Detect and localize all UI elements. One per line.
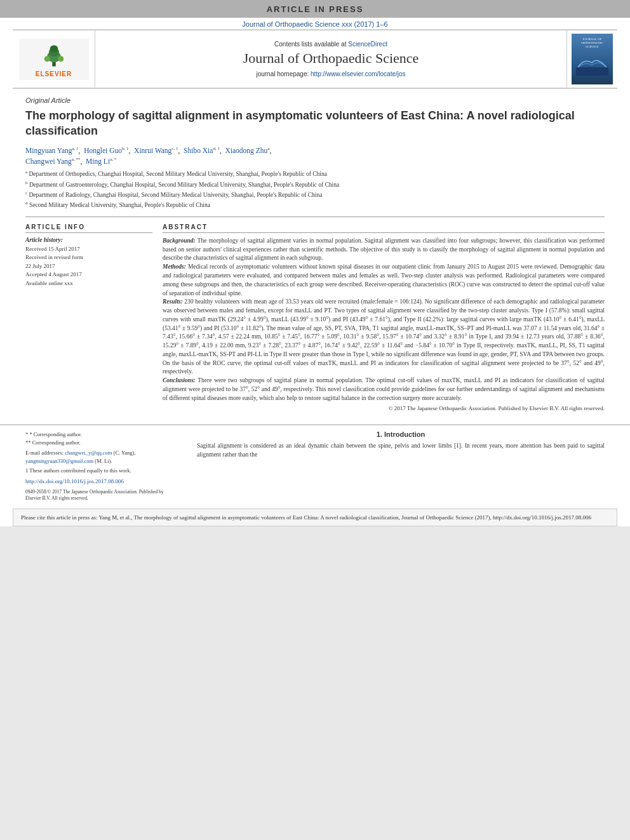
author-shibo-xia[interactable]: Shibo Xia (184, 147, 213, 154)
footnotes-left: * * Corresponding author. ** Correspondi… (25, 430, 178, 502)
header-right: JOURNAL OFORTHOPAEDICSCIENCE (566, 30, 617, 88)
star-note: * * Corresponding author. (25, 430, 178, 439)
sciencedirect-link[interactable]: ScienceDirect (348, 41, 387, 48)
article-info-abstract: ARTICLE INFO Article history: Received 1… (25, 223, 605, 412)
email-prefix: E-mail addresses: (25, 450, 65, 456)
svg-point-5 (58, 56, 64, 62)
footnote-section: * * Corresponding author. ** Correspondi… (0, 425, 630, 504)
background-text: The morphology of sagittal alignment var… (163, 237, 605, 262)
intro-text: Sagittal alignment is considered as an i… (197, 442, 605, 460)
intro-section: 1. Introduction Sagittal alignment is co… (197, 430, 605, 502)
footnote-equal-contribution: 1 These authors contributed equally to t… (25, 467, 178, 475)
sciencedirect-prefix: Contents lists available at (274, 41, 348, 48)
homepage-prefix: journal homepage: (256, 70, 311, 77)
authors-line: Mingyuan Yanga, 1, Honglei Guob, 1, Xinr… (25, 145, 605, 168)
abstract-text: Background: The morphology of sagittal a… (163, 237, 605, 403)
revised-date: 22 July 2017 (25, 262, 152, 271)
author-xiaodong-zhu[interactable]: Xiaodong Zhu (225, 147, 268, 154)
double-star-note: ** Corresponding author. (25, 439, 178, 447)
article-content: Original Article The morphology of sagit… (0, 89, 630, 418)
sciencedirect-line: Contents lists available at ScienceDirec… (274, 41, 387, 48)
received-date: Received 15 April 2017 (25, 245, 152, 254)
journal-cover-image: JOURNAL OFORTHOPAEDICSCIENCE (572, 34, 613, 84)
journal-citation: Journal of Orthopaedic Science xxx (2017… (242, 20, 387, 28)
accepted-date: Accepted 4 August 2017 (25, 270, 152, 279)
affiliation-d: d Second Military Medical University, Sh… (25, 201, 605, 210)
email-2[interactable]: yangmingyuan330@gmail.com (25, 458, 93, 464)
banner-text: ARTICLE IN PRESS (267, 4, 364, 14)
journal-title-header: Journal of Orthopaedic Science (243, 50, 419, 67)
header-center: Contents lists available at ScienceDirec… (95, 30, 566, 88)
journal-line: Journal of Orthopaedic Science xxx (2017… (0, 18, 630, 29)
intro-number: 1. (377, 430, 382, 438)
doi-link[interactable]: http://dx.doi.org/10.1016/j.jos.2017.08.… (25, 477, 178, 486)
section-divider-1 (25, 217, 605, 217)
author-ming-li[interactable]: Ming Li (86, 157, 110, 165)
abstract-header: ABSTRACT (163, 223, 605, 233)
journal-homepage-line: journal homepage: http://www.elsevier.co… (256, 70, 405, 77)
elsevier-tree-icon (35, 41, 73, 69)
conclusions-text: There were two subgroups of sagittal pla… (163, 377, 605, 401)
homepage-url[interactable]: http://www.elsevier.com/locate/jos (311, 70, 406, 77)
available-online: Available online xxx (25, 279, 152, 288)
footer-issn: 0949-2658/© 2017 The Japanese Orthopaedi… (25, 489, 178, 502)
author-honglei-guo[interactable]: Honglei Guo (84, 147, 122, 154)
header-box: ELSEVIER Contents lists available at Sci… (13, 29, 617, 89)
author-xinrui-wang[interactable]: Xinrui Wang (134, 147, 171, 154)
citation-box: Please cite this article in press as: Ya… (13, 509, 617, 527)
elsevier-logo: ELSEVIER (19, 39, 89, 80)
svg-point-4 (44, 56, 50, 62)
affiliations: a Department of Orthopedics, Changhai Ho… (25, 170, 605, 210)
received-revised-label: Received in revised form (25, 253, 152, 262)
email-1[interactable]: changwei_y@qq.com (65, 450, 112, 456)
svg-rect-6 (576, 67, 608, 76)
elsevier-label: ELSEVIER (36, 70, 72, 77)
intro-title: 1. Introduction (197, 430, 605, 438)
copyright-text: © 2017 The Japanese Orthopaedic Associat… (163, 405, 605, 411)
email-addresses: E-mail addresses: changwei_y@qq.com (C. … (25, 449, 178, 465)
intro-title-text: Introduction (384, 430, 425, 438)
double-star-note-text: Corresponding author. (32, 439, 81, 446)
cover-graphic (575, 51, 610, 77)
abstract-column: ABSTRACT Background: The morphology of s… (163, 223, 605, 412)
conclusions-label: Conclusions: (163, 377, 196, 383)
article-type-label: Original Article (25, 97, 605, 104)
intro-paragraph: Sagittal alignment is considered as an i… (197, 443, 605, 458)
star-note-text: * Corresponding author. (29, 431, 81, 437)
affiliation-a: a Department of Orthopedics, Changhai Ho… (25, 170, 605, 178)
methods-text: Medical records of asymptomatic voluntee… (163, 263, 605, 296)
article-info-header: ARTICLE INFO (25, 223, 152, 233)
article-title: The morphology of sagittal alignment in … (25, 108, 605, 139)
results-label: Results: (163, 298, 183, 305)
header-left: ELSEVIER (13, 30, 95, 88)
background-label: Background: (163, 237, 196, 244)
double-star-icon: ** (25, 439, 32, 446)
methods-label: Methods: (163, 263, 186, 270)
author-changwei-yang[interactable]: Changwei Yang (25, 157, 72, 165)
affiliation-b: b Department of Gastroenterology, Changh… (25, 180, 605, 189)
email1-author: (C. Yang), (114, 450, 136, 456)
results-text: 230 healthy volunteers with mean age of … (163, 298, 605, 375)
article-info-column: ARTICLE INFO Article history: Received 1… (25, 223, 152, 412)
svg-point-3 (50, 45, 58, 52)
author-mingyuan-yang[interactable]: Mingyuan Yang (25, 147, 72, 154)
article-history-title: Article history: (25, 237, 152, 243)
citation-text: Please cite this article in press as: Ya… (21, 514, 591, 521)
article-in-press-banner: ARTICLE IN PRESS (0, 0, 630, 18)
affiliation-c: c Department of Radiology, Changhai Hosp… (25, 190, 605, 199)
page-wrapper: ARTICLE IN PRESS Journal of Orthopaedic … (0, 0, 630, 526)
email2-author: (M. Li). (95, 458, 112, 464)
